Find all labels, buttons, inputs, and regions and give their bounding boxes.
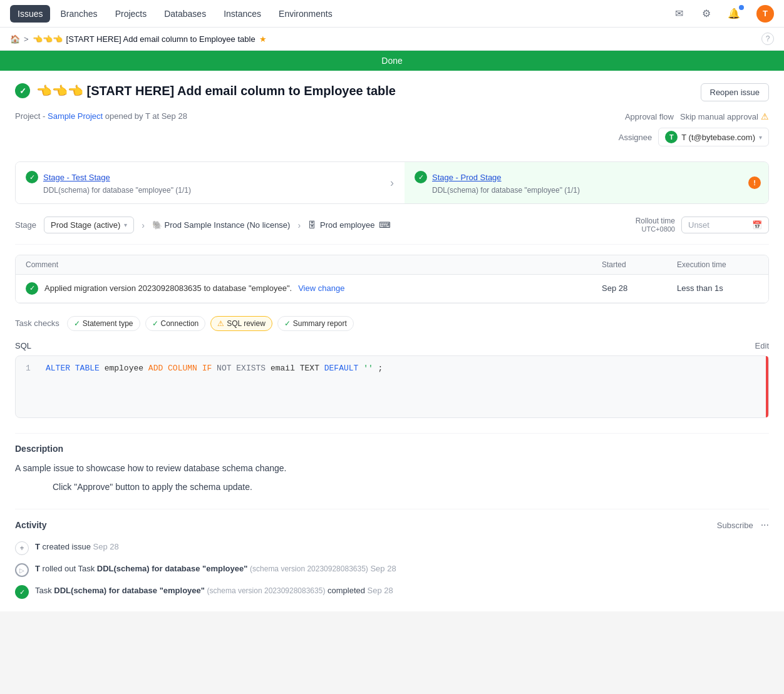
edit-sql-link[interactable]: Edit <box>755 341 769 350</box>
stage-selector-row: Stage Prod Stage (active) ▾ › 🐘 Prod Sam… <box>15 217 769 245</box>
stage-select-value: Prod Stage (active) <box>51 220 120 230</box>
col-started: Started <box>602 260 677 269</box>
breadcrumb-title[interactable]: [START HERE] Add email column to Employe… <box>66 34 255 44</box>
activity-user-1: T <box>35 542 40 551</box>
project-link[interactable]: Sample Project <box>48 111 103 121</box>
activity-rollout-icon: ▷ <box>15 563 29 577</box>
activity-actions: Subscribe ··· <box>717 519 769 531</box>
activity-schema-2: (schema version 20230928083635) <box>250 564 368 573</box>
rollout-placeholder: Unset <box>688 220 709 230</box>
stage-arrow-icon: › <box>142 220 145 230</box>
nav-item-projects[interactable]: Projects <box>108 5 155 23</box>
stage-prod-subtitle: DDL(schema) for database "employee" (1/1… <box>432 186 758 195</box>
meta-right: Approval flow Skip manual approval ⚠ Ass… <box>596 111 769 146</box>
more-options-button[interactable]: ··· <box>761 519 769 531</box>
activity-section: Activity Subscribe ··· + T created issue… <box>15 509 769 599</box>
activity-completed-3: completed <box>328 586 368 595</box>
task-exec-time-cell: Less than 1s <box>677 283 758 293</box>
stage-selector-label: Stage <box>15 220 36 230</box>
task-success-icon: ✓ <box>26 282 38 295</box>
list-item: + T created issue Sep 28 <box>15 541 769 555</box>
sql-editor[interactable]: 1 ALTER TABLE employee ADD COLUMN IF NOT… <box>15 355 769 418</box>
stage-prod-warning: ! <box>748 176 761 189</box>
stages-row: ✓ Stage - Test Stage DDL(schema) for dat… <box>15 161 769 204</box>
notification-dot <box>739 5 744 10</box>
stage-test: ✓ Stage - Test Stage DDL(schema) for dat… <box>16 162 379 203</box>
check-chip-statement-type[interactable]: ✓ Statement type <box>67 316 140 331</box>
activity-list: + T created issue Sep 28 ▷ T rolled out … <box>15 541 769 599</box>
check-label-summary: Summary report <box>293 319 347 328</box>
activity-schema-3: (schema version 20230928083635) <box>207 586 326 595</box>
avatar[interactable]: T <box>756 5 774 23</box>
db-name: Prod employee <box>320 220 374 230</box>
check-icon-connection: ✓ <box>152 319 158 328</box>
stage-select-chevron-icon: ▾ <box>124 222 127 228</box>
bookmark-icon[interactable]: ★ <box>259 34 267 44</box>
task-table-header: Comment Started Execution time <box>16 255 768 275</box>
check-chip-summary-report[interactable]: ✓ Summary report <box>277 316 354 331</box>
task-checks-label: Task checks <box>15 319 59 328</box>
check-chip-connection[interactable]: ✓ Connection <box>145 316 206 331</box>
sql-alter-table: ALTER TABLE <box>46 364 100 373</box>
activity-text-2: T rolled out Task DDL(schema) for databa… <box>35 563 396 575</box>
sql-error-marker <box>766 356 768 417</box>
activity-header: Activity Subscribe ··· <box>15 519 769 531</box>
help-icon[interactable]: ? <box>761 33 774 45</box>
sql-default-value: '' <box>363 364 373 373</box>
sql-semicolon: ; <box>378 364 383 373</box>
sql-not-exists: NOT EXISTS <box>217 364 271 373</box>
stage-prod: ✓ Stage - Prod Stage DDL(schema) for dat… <box>405 162 768 203</box>
task-comment-text: Applied migration version 20230928083635… <box>44 283 292 293</box>
home-icon[interactable]: 🏠 <box>10 34 20 44</box>
done-banner: Done <box>0 51 784 71</box>
nav-item-branches[interactable]: Branches <box>53 5 105 23</box>
activity-text-3: Task DDL(schema) for database "employee"… <box>35 584 393 597</box>
task-comment-cell: ✓ Applied migration version 202309280836… <box>26 282 602 295</box>
db-chip: 🗄 Prod employee ⌨ <box>308 220 390 230</box>
assignee-avatar: T <box>665 131 678 143</box>
description-paragraph1: A sample issue to showcase how to review… <box>15 461 769 475</box>
nav-item-databases[interactable]: Databases <box>157 5 214 23</box>
sql-add-column-if: ADD COLUMN IF <box>148 364 212 373</box>
email-icon[interactable]: ✉ <box>669 4 689 24</box>
top-nav: Issues Branches Projects Databases Insta… <box>0 0 784 28</box>
stage-test-title[interactable]: Stage - Test Stage <box>43 173 110 182</box>
sql-label: SQL <box>15 341 31 350</box>
nav-item-instances[interactable]: Instances <box>216 5 269 23</box>
terminal-icon: ⌨ <box>379 220 391 230</box>
rollout-time-input[interactable]: Unset 📅 <box>681 217 769 233</box>
approval-flow-field: Approval flow Skip manual approval ⚠ <box>617 111 769 121</box>
stage-select-dropdown[interactable]: Prod Stage (active) ▾ <box>44 217 134 233</box>
approval-warning-icon: ⚠ <box>761 111 769 121</box>
task-table: Comment Started Execution time ✓ Applied… <box>15 255 769 304</box>
activity-check-icon: ✓ <box>15 585 29 599</box>
check-label-connection: Connection <box>161 319 199 328</box>
check-chip-sql-review[interactable]: ⚠ SQL review <box>210 316 272 331</box>
nav-item-issues[interactable]: Issues <box>10 5 50 23</box>
subscribe-button[interactable]: Subscribe <box>717 521 753 530</box>
sql-column-def: email TEXT <box>271 364 324 373</box>
assignee-field: Assignee T T (t@bytebase.com) ▾ <box>596 128 769 146</box>
breadcrumb: 🏠 > 👈👈👈 [START HERE] Add email column to… <box>0 28 784 51</box>
description-title: Description <box>15 444 769 454</box>
sql-code: ALTER TABLE employee ADD COLUMN IF NOT E… <box>46 364 383 373</box>
breadcrumb-emoji: 👈👈👈 <box>33 34 63 44</box>
col-exec-time: Execution time <box>677 260 758 269</box>
activity-date-2: Sep 28 <box>370 564 396 573</box>
activity-date-3: Sep 28 <box>368 586 393 595</box>
gear-icon[interactable]: ⚙ <box>696 4 716 24</box>
nav-item-environments[interactable]: Environments <box>271 5 340 23</box>
activity-text-1: T created issue Sep 28 <box>35 541 119 553</box>
view-change-link[interactable]: View change <box>298 283 344 293</box>
assignee-chevron-down-icon: ▾ <box>759 134 762 141</box>
rollout-group: Rollout time UTC+0800 Unset 📅 <box>636 217 769 234</box>
instance-icon: 🐘 Prod Sample Instance (No license) <box>152 220 290 230</box>
stage-prod-title[interactable]: Stage - Prod Stage <box>432 173 502 182</box>
reopen-issue-button[interactable]: Reopen issue <box>701 83 770 101</box>
list-item: ✓ Task DDL(schema) for database "employe… <box>15 584 769 599</box>
stage-test-check-icon: ✓ <box>26 171 38 183</box>
meta-project-info: Project - Sample Project opened by T at … <box>15 111 187 121</box>
activity-user-2: T <box>35 564 40 573</box>
assignee-chip[interactable]: T T (t@bytebase.com) ▾ <box>658 128 769 146</box>
assignee-label: Assignee <box>596 133 652 142</box>
